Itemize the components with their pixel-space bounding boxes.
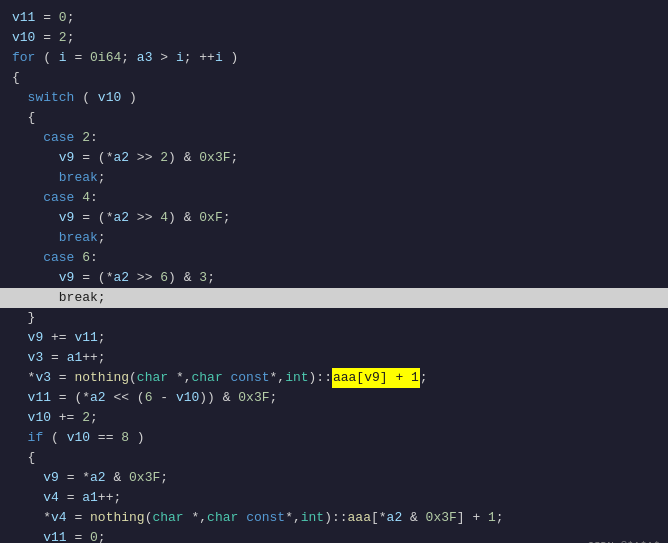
code-line: v3 = a1++; <box>0 348 668 368</box>
code-line-highlighted: break; <box>0 288 668 308</box>
code-line: switch ( v10 ) <box>0 88 668 108</box>
code-line: *v3 = nothing(char *,char const*,int)::a… <box>0 368 668 388</box>
token: 0 <box>59 8 67 28</box>
code-line: v10 = 2; <box>0 28 668 48</box>
token: v10 <box>12 28 35 48</box>
code-container: v11 = 0; v10 = 2; for ( i = 0i64; a3 > i… <box>0 0 668 543</box>
code-line: *v4 = nothing(char *,char const*,int)::a… <box>0 508 668 528</box>
code-line: v9 += v11; <box>0 328 668 348</box>
code-line: v4 = a1++; <box>0 488 668 508</box>
code-line: v9 = (*a2 >> 6) & 3; <box>0 268 668 288</box>
code-line: v11 = 0; <box>0 8 668 28</box>
code-line: { <box>0 108 668 128</box>
code-line: for ( i = 0i64; a3 > i; ++i ) <box>0 48 668 68</box>
code-line: case 6: <box>0 248 668 268</box>
code-line: break; <box>0 168 668 188</box>
highlighted-expression: aaa[v9] + 1 <box>332 368 420 388</box>
token: v11 <box>12 8 35 28</box>
code-line: v9 = (*a2 >> 4) & 0xF; <box>0 208 668 228</box>
code-line: { <box>0 68 668 88</box>
token: 2 <box>59 28 67 48</box>
code-line: case 2: <box>0 128 668 148</box>
code-line: v11 = 0; <box>0 528 668 543</box>
token: for <box>12 48 35 68</box>
token: switch <box>28 88 75 108</box>
code-line: break; <box>0 228 668 248</box>
code-line: { <box>0 448 668 468</box>
code-line: case 4: <box>0 188 668 208</box>
code-line: if ( v10 == 8 ) <box>0 428 668 448</box>
code-line: v10 += 2; <box>0 408 668 428</box>
code-line: } <box>0 308 668 328</box>
code-line: v9 = *a2 & 0x3F; <box>0 468 668 488</box>
code-line: v9 = (*a2 >> 2) & 0x3F; <box>0 148 668 168</box>
code-line: v11 = (*a2 << (6 - v10)) & 0x3F; <box>0 388 668 408</box>
